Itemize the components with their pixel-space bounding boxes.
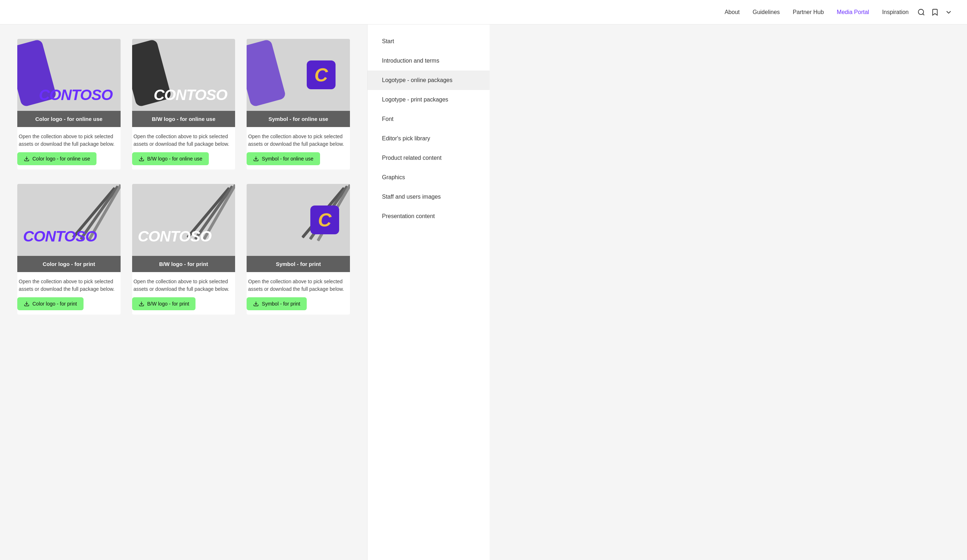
download-icon [139,301,144,306]
card-label-symbol-online: Symbol - for online use [247,111,350,127]
sidebar-item-graphics[interactable]: Graphics [368,168,490,187]
sidebar-item-staff-images[interactable]: Staff and users images [368,187,490,207]
nav-item-guidelines[interactable]: Guidelines [752,9,780,15]
card-symbol-online: C Symbol - for online use Open the colle… [247,39,350,170]
chevron-down-icon[interactable] [945,8,952,16]
card-bw-logo-online: CONTOSO B/W logo - for online use Open t… [132,39,236,170]
card-desc-bw-logo-online: Open the collection above to pick select… [132,127,236,152]
card-symbol-print: C Symbol - for print Open the collection… [247,184,350,315]
card-image-symbol-print: C [247,184,350,256]
card-desc-symbol-print: Open the collection above to pick select… [247,272,350,297]
cards-row-1: CONTOSO Color logo - for online use Open… [17,39,350,170]
sidebar-item-logotype-print[interactable]: Logotype - print packages [368,90,490,109]
sidebar: StartIntroduction and termsLogotype - on… [367,25,490,560]
card-desc-color-logo-online: Open the collection above to pick select… [17,127,120,152]
page-layout: CONTOSO Color logo - for online use Open… [0,25,967,560]
bookmark-icon[interactable] [931,8,939,16]
main-nav: AboutGuidelinesPartner HubMedia PortalIn… [725,9,909,15]
download-btn-symbol-online[interactable]: Symbol - for online use [247,152,320,165]
main-content: CONTOSO Color logo - for online use Open… [0,25,367,560]
card-color-logo-print: CONTOSO Color logo - for print Open the … [17,184,120,315]
card-label-bw-logo-print: B/W logo - for print [132,256,236,272]
card-desc-bw-logo-print: Open the collection above to pick select… [132,272,236,297]
card-image-color-logo-print: CONTOSO [17,184,120,256]
sidebar-item-editors-pick[interactable]: Editor's pick library [368,129,490,148]
card-label-symbol-print: Symbol - for print [247,256,350,272]
download-icon [24,301,30,306]
nav-item-media-portal[interactable]: Media Portal [837,9,869,15]
download-icon [253,156,259,161]
download-icon [24,156,30,161]
nav-item-inspiration[interactable]: Inspiration [882,9,909,15]
header-icons [917,8,952,16]
sidebar-item-logotype-online[interactable]: Logotype - online packages [368,71,490,90]
sidebar-item-product-content[interactable]: Product related content [368,148,490,168]
download-btn-bw-logo-print[interactable]: B/W logo - for print [132,297,196,310]
svg-line-1 [923,14,924,15]
card-desc-color-logo-print: Open the collection above to pick select… [17,272,120,297]
card-label-bw-logo-online: B/W logo - for online use [132,111,236,127]
nav-item-about[interactable]: About [725,9,740,15]
search-icon[interactable] [917,8,925,16]
download-btn-color-logo-online[interactable]: Color logo - for online use [17,152,96,165]
card-bw-logo-print: CONTOSO B/W logo - for print Open the co… [132,184,236,315]
download-btn-symbol-print[interactable]: Symbol - for print [247,297,307,310]
header: AboutGuidelinesPartner HubMedia PortalIn… [0,0,967,25]
card-label-color-logo-online: Color logo - for online use [17,111,120,127]
sidebar-item-font[interactable]: Font [368,109,490,129]
card-image-color-logo-online: CONTOSO [17,39,120,111]
cards-row-2: CONTOSO Color logo - for print Open the … [17,184,350,315]
download-btn-color-logo-print[interactable]: Color logo - for print [17,297,84,310]
download-btn-bw-logo-online[interactable]: B/W logo - for online use [132,152,209,165]
sidebar-item-start[interactable]: Start [368,32,490,51]
download-icon [139,156,144,161]
card-image-bw-logo-online: CONTOSO [132,39,236,111]
sidebar-item-intro[interactable]: Introduction and terms [368,51,490,71]
nav-item-partner-hub[interactable]: Partner Hub [793,9,824,15]
download-icon [253,301,259,306]
sidebar-item-presentation[interactable]: Presentation content [368,207,490,226]
card-label-color-logo-print: Color logo - for print [17,256,120,272]
svg-point-0 [918,9,924,15]
card-color-logo-online: CONTOSO Color logo - for online use Open… [17,39,120,170]
card-image-symbol-online: C [247,39,350,111]
card-image-bw-logo-print: CONTOSO [132,184,236,256]
card-desc-symbol-online: Open the collection above to pick select… [247,127,350,152]
